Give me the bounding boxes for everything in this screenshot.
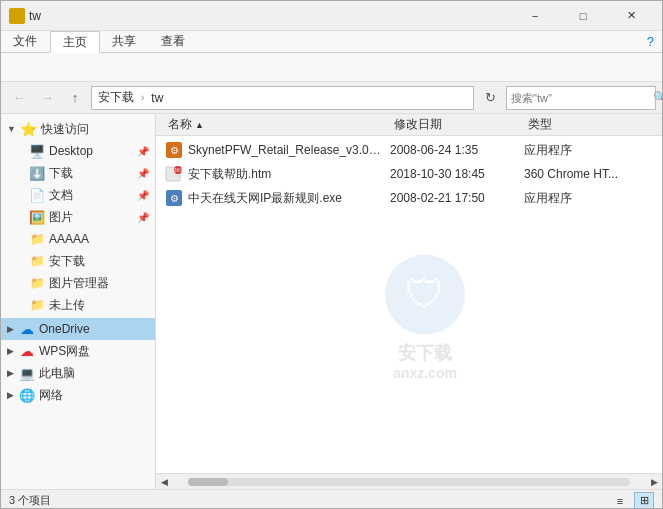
help-button[interactable]: ?: [639, 31, 662, 52]
search-box: 🔍: [506, 86, 656, 110]
sidebar-label-downloads: 下载: [49, 165, 73, 182]
sidebar: ▼ ⭐ 快速访问 🖥️ Desktop 📌 ⬇️ 下载 📌 📄 文档 📌 🖼️ …: [1, 114, 156, 489]
tab-share[interactable]: 共享: [100, 31, 149, 52]
folder-picmgr-icon: 📁: [29, 275, 45, 291]
ribbon-content: [1, 53, 662, 81]
sidebar-label-thispc: 此电脑: [39, 365, 75, 382]
file-type-0: 应用程序: [524, 142, 654, 159]
file-icon-2: ⚙: [164, 188, 184, 208]
detail-view-button[interactable]: ⊞: [634, 492, 654, 510]
file-list: 🛡 安下载 anxz.com ⚙ SkynetPFW_Retail_Releas…: [156, 136, 662, 473]
search-input[interactable]: [511, 92, 649, 104]
file-date-0: 2008-06-24 1:35: [390, 143, 520, 157]
scroll-left-arrow[interactable]: ◀: [156, 474, 172, 490]
svg-text:⚙: ⚙: [170, 193, 179, 204]
wps-icon: ☁: [19, 343, 35, 359]
sidebar-item-notuploaded[interactable]: 📁 未上传: [1, 294, 155, 316]
ribbon-tabs: 文件 主页 共享 查看 ?: [1, 31, 662, 53]
col-header-type[interactable]: 类型: [524, 114, 654, 136]
scroll-thumb[interactable]: [188, 478, 228, 486]
minimize-button[interactable]: −: [512, 1, 558, 31]
sidebar-item-picmgr[interactable]: 📁 图片管理器: [1, 272, 155, 294]
svg-text:360: 360: [174, 167, 183, 173]
download-icon: ⬇️: [29, 165, 45, 181]
refresh-button[interactable]: ↻: [478, 86, 502, 110]
folder-anxiazai-icon: 📁: [29, 253, 45, 269]
sidebar-item-downloads[interactable]: ⬇️ 下载 📌: [1, 162, 155, 184]
window-icon: [9, 8, 25, 24]
watermark-icon: 🛡: [385, 254, 465, 334]
onedrive-icon: ☁: [19, 321, 35, 337]
up-button[interactable]: ↑: [63, 86, 87, 110]
expand-arrow-onedrive: ▶: [7, 324, 14, 334]
file-icon-1: 360: [164, 164, 184, 184]
path-anzhiazai[interactable]: 安下载: [98, 89, 134, 106]
close-button[interactable]: ✕: [608, 1, 654, 31]
path-tw[interactable]: tw: [151, 91, 163, 105]
sidebar-item-wps[interactable]: ▶ ☁ WPS网盘: [1, 340, 155, 362]
address-bar: ← → ↑ 安下载›tw ↻ 🔍: [1, 82, 662, 114]
horizontal-scrollbar[interactable]: ◀ ▶: [156, 473, 662, 489]
svg-text:⚙: ⚙: [170, 145, 179, 156]
file-name-2: 中天在线天网IP最新规则.exe: [188, 190, 386, 207]
sidebar-item-aaaaa[interactable]: 📁 AAAAA: [1, 228, 155, 250]
sidebar-item-documents[interactable]: 📄 文档 📌: [1, 184, 155, 206]
scroll-right-arrow[interactable]: ▶: [646, 474, 662, 490]
title-bar-left: tw: [9, 8, 41, 24]
ribbon: 文件 主页 共享 查看 ?: [1, 31, 662, 82]
network-icon: 🌐: [19, 387, 35, 403]
sidebar-item-anxiazai[interactable]: 📁 安下载: [1, 250, 155, 272]
expand-arrow-network: ▶: [7, 390, 14, 400]
col-header-name[interactable]: 名称 ▲: [164, 114, 386, 136]
maximize-button[interactable]: □: [560, 1, 606, 31]
sidebar-label-documents: 文档: [49, 187, 73, 204]
pin-icon-desktop: 📌: [137, 146, 149, 157]
file-row-1[interactable]: 360 安下载帮助.htm 2018-10-30 18:45 360 Chrom…: [156, 162, 662, 186]
folder-aaaaa-icon: 📁: [29, 231, 45, 247]
sidebar-item-desktop[interactable]: 🖥️ Desktop 📌: [1, 140, 155, 162]
scroll-track: [188, 478, 630, 486]
address-path[interactable]: 安下载›tw: [91, 86, 474, 110]
sidebar-label-pictures: 图片: [49, 209, 73, 226]
forward-button[interactable]: →: [35, 86, 59, 110]
tab-home[interactable]: 主页: [50, 31, 100, 53]
tab-file[interactable]: 文件: [1, 31, 50, 52]
main-area: ▼ ⭐ 快速访问 🖥️ Desktop 📌 ⬇️ 下载 📌 📄 文档 📌 🖼️ …: [1, 114, 662, 489]
watermark: 🛡 安下载 anxz.com: [385, 254, 465, 380]
column-headers: 名称 ▲ 修改日期 类型: [156, 114, 662, 136]
file-row-2[interactable]: ⚙ 中天在线天网IP最新规则.exe 2008-02-21 17:50 应用程序: [156, 186, 662, 210]
sidebar-item-quick-access[interactable]: ▼ ⭐ 快速访问: [1, 118, 155, 140]
sidebar-item-thispc[interactable]: ▶ 💻 此电脑: [1, 362, 155, 384]
sidebar-label-onedrive: OneDrive: [39, 322, 90, 336]
sidebar-item-network[interactable]: ▶ 🌐 网络: [1, 384, 155, 406]
status-view-controls: ≡ ⊞: [610, 492, 654, 510]
pin-icon-dl: 📌: [137, 168, 149, 179]
sidebar-label-desktop: Desktop: [49, 144, 93, 158]
desktop-icon: 🖥️: [29, 143, 45, 159]
thispc-icon: 💻: [19, 365, 35, 381]
window-title: tw: [29, 9, 41, 23]
col-header-date[interactable]: 修改日期: [390, 114, 520, 136]
file-icon-0: ⚙: [164, 140, 184, 160]
list-view-button[interactable]: ≡: [610, 492, 630, 510]
expand-arrow-wps: ▶: [7, 346, 14, 356]
sidebar-label-quick-access: 快速访问: [41, 121, 89, 138]
sidebar-item-onedrive[interactable]: ▶ ☁ OneDrive: [1, 318, 155, 340]
file-type-2: 应用程序: [524, 190, 654, 207]
sidebar-label-wps: WPS网盘: [39, 343, 90, 360]
pin-icon-docs: 📌: [137, 190, 149, 201]
content-area: 名称 ▲ 修改日期 类型 🛡 安下载 anxz.com: [156, 114, 662, 489]
file-name-1: 安下载帮助.htm: [188, 166, 386, 183]
search-icon[interactable]: 🔍: [653, 91, 663, 104]
sidebar-label-notuploaded: 未上传: [49, 297, 85, 314]
sidebar-item-pictures[interactable]: 🖼️ 图片 📌: [1, 206, 155, 228]
tab-view[interactable]: 查看: [149, 31, 198, 52]
file-date-1: 2018-10-30 18:45: [390, 167, 520, 181]
watermark-text: 安下载: [398, 340, 452, 364]
ribbon-placeholder: [7, 61, 18, 73]
back-button[interactable]: ←: [7, 86, 31, 110]
file-name-0: SkynetPFW_Retail_Release_v3.0_Build...: [188, 143, 386, 157]
title-bar: tw − □ ✕: [1, 1, 662, 31]
title-bar-controls: − □ ✕: [512, 1, 654, 31]
file-row-0[interactable]: ⚙ SkynetPFW_Retail_Release_v3.0_Build...…: [156, 138, 662, 162]
